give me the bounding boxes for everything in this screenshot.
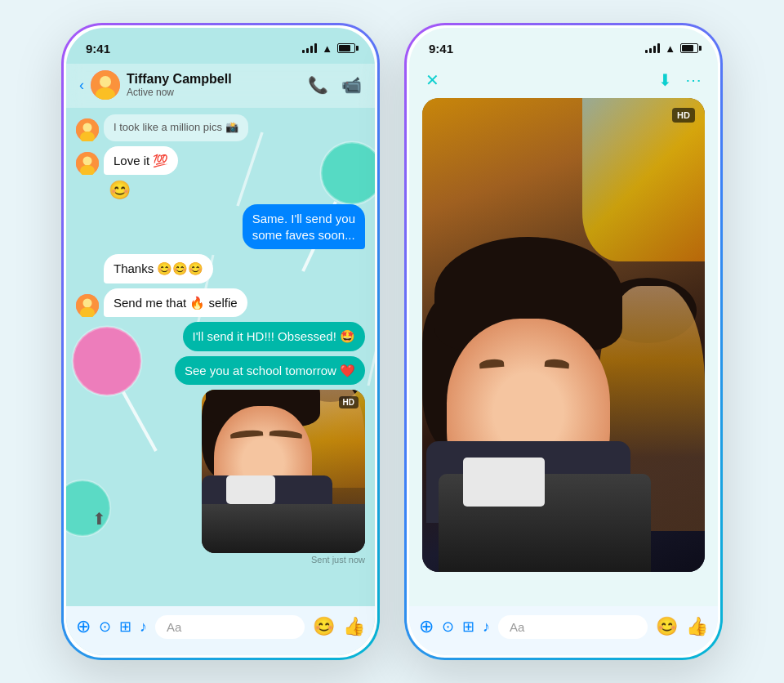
right-phone: 9:41 ▲ ✕ ⬇ ⋯ xyxy=(404,23,723,660)
status-icons-left: ▲ xyxy=(302,42,355,55)
hd-badge: HD xyxy=(339,396,359,408)
left-phone: 9:41 ▲ ‹ xyxy=(61,23,380,660)
close-button[interactable]: ✕ xyxy=(425,70,439,90)
signal-icon xyxy=(645,43,660,53)
message-row: I'll send it HD!!! Obsessed! 🤩 xyxy=(76,322,365,351)
viewer-input-area: ⊕ ⊙ ⊞ ♪ Aa 😊 👍 xyxy=(409,606,718,655)
time-right: 9:41 xyxy=(429,42,453,56)
message-bubble: I took like a million pics 📸 xyxy=(104,114,248,141)
message-bubble: I'll send it HD!!! Obsessed! 🤩 xyxy=(183,322,365,351)
viewer-message-input[interactable]: Aa xyxy=(498,615,648,639)
status-icons-right: ▲ xyxy=(645,42,698,55)
more-options-icon[interactable]: ⋯ xyxy=(685,70,702,90)
gallery-icon[interactable]: ⊞ xyxy=(119,618,131,636)
download-icon[interactable]: ⬇ xyxy=(658,70,672,90)
plus-icon[interactable]: ⊕ xyxy=(419,616,434,637)
wifi-icon: ▲ xyxy=(665,42,675,55)
svg-point-16 xyxy=(83,123,92,132)
emoji-picker-icon[interactable]: 😊 xyxy=(656,616,678,637)
contact-status: Active now xyxy=(127,87,308,98)
message-row: Same. I'll send yousome faves soon... xyxy=(76,204,365,249)
battery-icon xyxy=(337,43,355,53)
back-button[interactable]: ‹ xyxy=(79,77,84,94)
svg-line-13 xyxy=(368,312,375,386)
svg-point-1 xyxy=(100,76,111,87)
battery-icon xyxy=(680,43,698,53)
message-row: Send me that 🔥 selfie xyxy=(76,288,365,318)
signal-icon xyxy=(302,43,317,53)
status-bar-left: 9:41 ▲ xyxy=(66,28,375,64)
mic-icon[interactable]: ♪ xyxy=(140,618,147,636)
message-avatar xyxy=(76,152,99,175)
photo-message-row: ⬆ xyxy=(76,390,365,565)
time-left: 9:41 xyxy=(86,42,110,56)
contact-name: Tiffany Campbell xyxy=(127,72,308,87)
contact-avatar xyxy=(91,70,120,100)
chat-header: ‹ Tiffany Campbell Active now 📞 📹 xyxy=(66,64,375,108)
emoji-picker-icon[interactable]: 😊 xyxy=(313,616,335,637)
wifi-icon: ▲ xyxy=(322,42,332,55)
video-call-icon[interactable]: 📹 xyxy=(341,75,362,95)
contact-info: Tiffany Campbell Active now xyxy=(127,72,308,98)
message-row: See you at school tomorrow ❤️ xyxy=(76,356,365,386)
thumbs-up-icon[interactable]: 👍 xyxy=(343,616,365,637)
thumbs-up-icon[interactable]: 👍 xyxy=(686,616,708,637)
svg-point-19 xyxy=(83,157,92,166)
message-avatar xyxy=(76,118,99,141)
phone-call-icon[interactable]: 📞 xyxy=(308,75,328,95)
message-input[interactable]: Aa xyxy=(155,615,305,639)
camera-icon[interactable]: ⊙ xyxy=(99,618,111,636)
message-bubble: Thanks 😊😊😊 xyxy=(104,254,213,283)
message-bubble: Same. I'll send yousome faves soon... xyxy=(243,204,365,249)
plus-icon[interactable]: ⊕ xyxy=(76,616,91,637)
photo-viewer-header: ✕ ⬇ ⋯ xyxy=(409,64,718,98)
svg-point-22 xyxy=(83,299,92,308)
message-row: I took like a million pics 📸 xyxy=(76,114,365,141)
messages-area: I took like a million pics 📸 Love it 💯 😊… xyxy=(66,108,375,600)
message-bubble: See you at school tomorrow ❤️ xyxy=(175,356,365,386)
camera-icon[interactable]: ⊙ xyxy=(442,618,454,636)
emoji-reaction: 😊 xyxy=(109,180,365,201)
mic-icon[interactable]: ♪ xyxy=(483,618,490,636)
header-actions: 📞 📹 xyxy=(308,75,362,95)
status-bar-right: 9:41 ▲ xyxy=(409,28,718,64)
chat-input-area: ⊕ ⊙ ⊞ ♪ Aa 😊 👍 xyxy=(66,606,375,655)
message-row: Love it 💯 xyxy=(76,146,365,176)
viewer-actions: ⬇ ⋯ xyxy=(658,70,702,90)
message-bubble: Love it 💯 xyxy=(104,146,178,176)
message-bubble: Send me that 🔥 selfie xyxy=(104,288,247,318)
gallery-icon[interactable]: ⊞ xyxy=(462,618,474,636)
photo-thumbnail[interactable]: HD xyxy=(202,390,365,553)
sent-time: Sent just now xyxy=(311,555,365,565)
message-row: Thanks 😊😊😊 xyxy=(76,254,365,283)
hd-badge-large: HD xyxy=(672,108,695,123)
share-icon[interactable]: ⬆ xyxy=(92,509,106,529)
message-avatar xyxy=(76,294,99,317)
photo-viewer[interactable]: HD xyxy=(422,98,705,572)
